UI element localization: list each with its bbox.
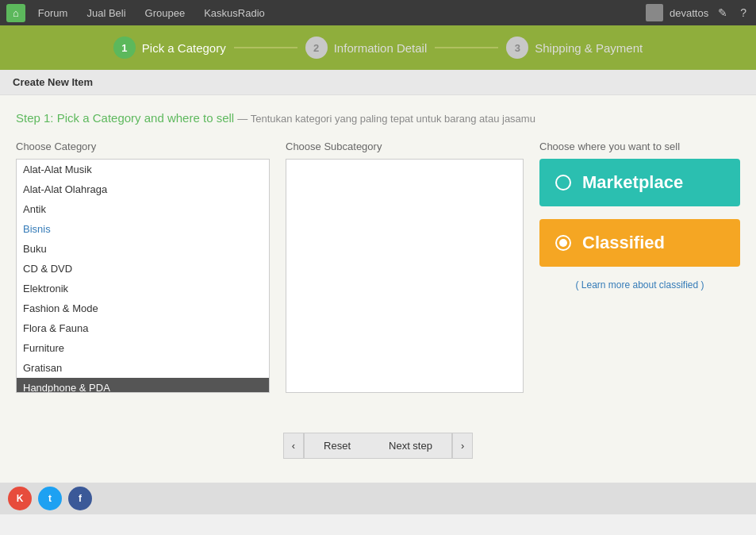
classified-option[interactable]: Classified	[539, 219, 740, 267]
category-list-item[interactable]: Gratisan	[17, 358, 269, 378]
category-list-item[interactable]: Furniture	[17, 338, 269, 358]
home-button[interactable]: ⌂	[6, 4, 25, 22]
wizard-step-3: 3 Shipping & Payment	[506, 37, 643, 59]
classified-label: Classified	[582, 233, 665, 253]
step-title: Step 1: Pick a Category and where to sel…	[16, 111, 740, 125]
sell-column: Choose where you want to sell Marketplac…	[539, 140, 740, 291]
edit-icon[interactable]: ✎	[715, 5, 731, 21]
marketplace-radio	[555, 175, 571, 191]
top-navigation: ⌂ Forum Jual Beli Groupee KaskusRadio de…	[0, 0, 756, 25]
classified-radio-inner	[559, 239, 567, 247]
bottom-bar: ‹ Reset Next step ›	[0, 409, 756, 483]
subcategory-list	[286, 159, 524, 393]
bottom-social-bar: K t f	[0, 483, 756, 514]
step-1-label: Pick a Category	[142, 41, 226, 55]
username-label: devattos	[670, 7, 708, 19]
wizard-step-2: 2 Information Detail	[305, 37, 428, 59]
next-arrow-button[interactable]: ›	[452, 433, 473, 459]
nav-jualbeli[interactable]: Jual Beli	[77, 2, 135, 24]
category-list-item[interactable]: Flora & Fauna	[17, 318, 269, 338]
sell-col-label: Choose where you want to sell	[539, 140, 740, 152]
page-content: Create New Item Step 1: Pick a Category …	[0, 70, 756, 483]
step-title-gray: — Tentukan kategori yang paling tepat un…	[237, 113, 535, 125]
category-list-item[interactable]: Buku	[17, 239, 269, 259]
category-list-item[interactable]: Alat-Alat Olahraga	[17, 179, 269, 199]
category-list-item[interactable]: Antik	[17, 199, 269, 219]
subcategory-column: Choose Subcategory	[286, 140, 524, 393]
nav-forum[interactable]: Forum	[29, 2, 78, 24]
category-list-item[interactable]: Fashion & Mode	[17, 298, 269, 318]
step-3-circle: 3	[506, 37, 528, 59]
step-connector-1	[234, 47, 297, 48]
next-step-button[interactable]: Next step	[370, 433, 452, 459]
classified-radio	[555, 235, 571, 251]
classified-learn-more[interactable]: ( Learn more about classified )	[575, 279, 704, 291]
nav-groupee[interactable]: Groupee	[136, 2, 195, 24]
prev-arrow-button[interactable]: ‹	[283, 433, 304, 459]
step-2-label: Information Detail	[334, 41, 428, 55]
subcategory-col-label: Choose Subcategory	[286, 140, 524, 152]
marketplace-label: Marketplace	[582, 172, 683, 193]
nav-links: Forum Jual Beli Groupee KaskusRadio	[29, 2, 274, 24]
category-list-item[interactable]: Handphone & PDA	[17, 378, 269, 393]
main-area: Step 1: Pick a Category and where to sel…	[0, 95, 756, 409]
reset-button[interactable]: Reset	[304, 433, 370, 459]
wizard-step-1: 1 Pick a Category	[113, 37, 226, 59]
step-title-green: Step 1: Pick a Category and where to sel…	[16, 111, 234, 125]
category-column: Choose Category Alat-Alat MusikAlat-Alat…	[16, 140, 270, 393]
category-list: Alat-Alat MusikAlat-Alat OlahragaAntikBi…	[16, 159, 270, 393]
wizard-header: 1 Pick a Category 2 Information Detail 3…	[0, 25, 756, 70]
nav-right: devattos ✎ ?	[646, 4, 750, 21]
step-3-label: Shipping & Payment	[535, 41, 643, 55]
step-1-circle: 1	[113, 37, 136, 59]
category-col-label: Choose Category	[16, 140, 270, 152]
step-2-circle: 2	[305, 37, 328, 59]
category-list-item[interactable]: Elektronik	[17, 279, 269, 298]
facebook-social-icon[interactable]: f	[68, 487, 92, 510]
help-icon[interactable]: ?	[737, 5, 750, 21]
marketplace-option[interactable]: Marketplace	[539, 159, 740, 206]
kaskus-social-icon[interactable]: K	[8, 487, 32, 510]
category-list-item[interactable]: Bisnis	[17, 219, 269, 239]
user-avatar	[646, 4, 663, 21]
three-columns: Choose Category Alat-Alat MusikAlat-Alat…	[16, 140, 740, 393]
nav-kaskusradio[interactable]: KaskusRadio	[194, 2, 274, 24]
classified-note: ( Learn more about classified )	[539, 279, 740, 291]
twitter-social-icon[interactable]: t	[38, 487, 62, 510]
create-bar: Create New Item	[0, 70, 756, 95]
category-list-item[interactable]: CD & DVD	[17, 259, 269, 279]
step-connector-2	[435, 47, 498, 48]
category-list-item[interactable]: Alat-Alat Musik	[17, 160, 269, 179]
create-bar-label: Create New Item	[13, 76, 93, 88]
